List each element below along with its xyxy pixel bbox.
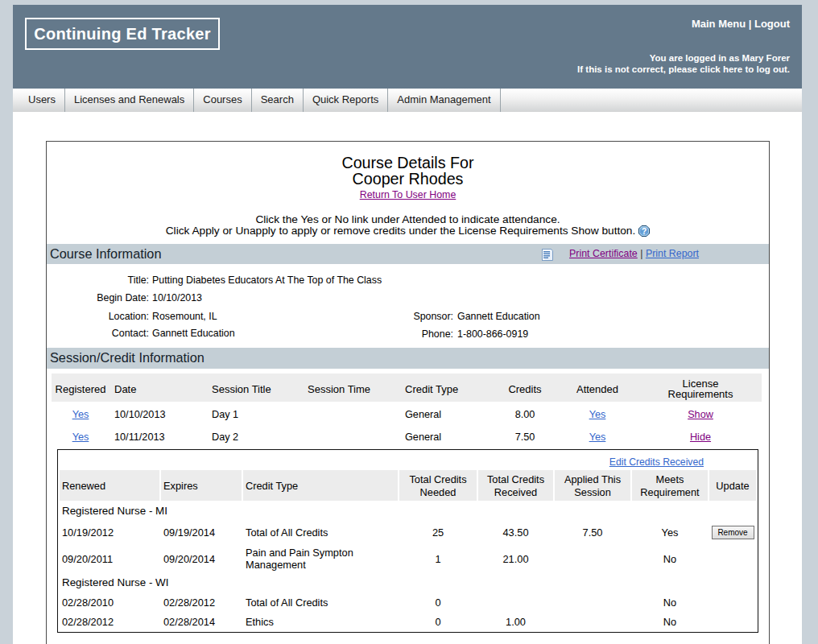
- svg-text:?: ?: [642, 227, 647, 236]
